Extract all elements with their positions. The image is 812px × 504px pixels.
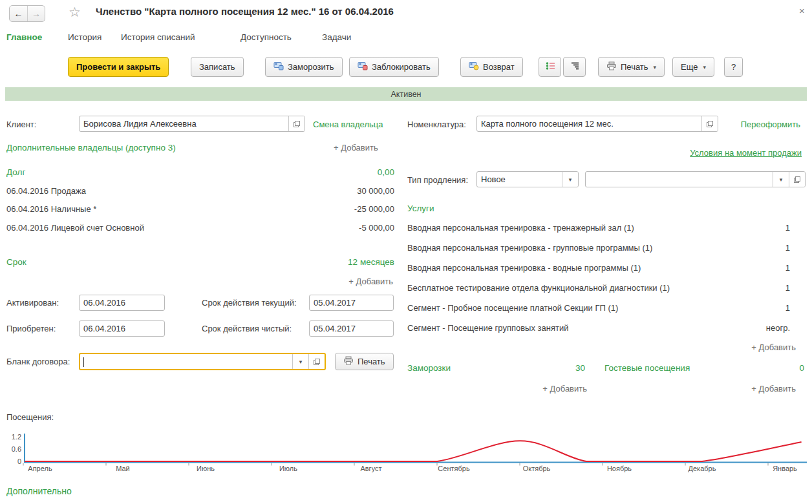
debt-row: 06.04.2016 Наличные * -25 000,00 bbox=[6, 204, 394, 214]
tab-main[interactable]: Главное bbox=[6, 32, 42, 42]
contract-form-input[interactable] bbox=[84, 354, 292, 369]
activated-label: Активирован: bbox=[6, 298, 59, 308]
open-icon bbox=[313, 358, 321, 366]
term-value: 12 месяцев bbox=[348, 257, 394, 267]
debt-row: 06.04.2016 Продажа 30 000,00 bbox=[6, 186, 394, 196]
visits-chart: 00.61.2АпрельМайИюньИюльАвгустСентябрьОк… bbox=[0, 421, 812, 476]
activated-date-input[interactable] bbox=[79, 295, 165, 311]
add-guest-visit-link[interactable]: + Добавить bbox=[751, 384, 796, 394]
tab-history[interactable]: История bbox=[68, 32, 102, 42]
renewal-extra-open-button[interactable] bbox=[789, 172, 805, 187]
help-label: ? bbox=[731, 62, 736, 72]
more-button[interactable]: Еще ▾ bbox=[672, 57, 714, 77]
add-freeze-link[interactable]: + Добавить bbox=[542, 384, 587, 394]
add-term-link[interactable]: + Добавить bbox=[348, 277, 393, 286]
renewal-extra-dropdown-button[interactable]: ▾ bbox=[773, 172, 789, 187]
debt-row-text: 06.04.2016 Наличные * bbox=[6, 204, 96, 214]
valid-current-date-input[interactable] bbox=[309, 295, 394, 311]
service-name: Сегмент - Пробное посещение платной Секц… bbox=[407, 303, 618, 313]
additional-section-link[interactable]: Дополнительно bbox=[6, 486, 72, 496]
term-section-title[interactable]: Срок bbox=[6, 257, 27, 267]
tab-tasks[interactable]: Задачи bbox=[322, 32, 351, 42]
service-count: 1 bbox=[785, 243, 790, 253]
acquired-date-input[interactable] bbox=[79, 320, 165, 337]
help-button[interactable]: ? bbox=[724, 57, 743, 77]
renewal-extra-input[interactable] bbox=[586, 172, 773, 187]
svg-text:Апрель: Апрель bbox=[28, 465, 52, 472]
forward-button[interactable]: → bbox=[27, 6, 45, 21]
services-section-title[interactable]: Услуги bbox=[407, 204, 434, 213]
debt-row-amount: 30 000,00 bbox=[357, 186, 394, 196]
svg-text:0.6: 0.6 bbox=[12, 445, 21, 453]
valid-net-label: Срок действия чистый: bbox=[202, 324, 292, 333]
contract-print-button[interactable]: Печать bbox=[335, 353, 394, 370]
service-row: Вводная персональная тренировка - тренаж… bbox=[407, 223, 790, 233]
refund-button[interactable]: Возврат bbox=[460, 57, 523, 77]
freeze-button[interactable]: Заморозить bbox=[265, 57, 343, 77]
add-owner-link[interactable]: + Добавить bbox=[334, 143, 378, 152]
change-owner-link[interactable]: Смена владельца bbox=[313, 120, 383, 129]
chevron-down-icon: ▾ bbox=[703, 64, 706, 70]
contract-print-label: Печать bbox=[358, 357, 385, 366]
acquired-label: Приобретен: bbox=[6, 324, 56, 333]
guest-visits-value: 0 bbox=[799, 363, 804, 373]
client-input[interactable] bbox=[80, 116, 288, 131]
contract-form-combo: ▾ bbox=[79, 353, 326, 370]
additional-owners-link[interactable]: Дополнительные владельцы (доступно 3) bbox=[6, 143, 176, 152]
tab-availability[interactable]: Доступность bbox=[240, 32, 292, 42]
svg-text:Октябрь: Октябрь bbox=[523, 465, 551, 472]
back-button[interactable]: ← bbox=[10, 6, 27, 21]
service-row: Бесплатное тестирование отдела функциона… bbox=[407, 283, 790, 293]
printer-icon bbox=[343, 356, 354, 367]
service-count: 1 bbox=[785, 223, 790, 233]
save-button[interactable]: Записать bbox=[191, 57, 244, 77]
hierarchy-view-button[interactable] bbox=[563, 57, 586, 77]
service-name: Бесплатное тестирование отдела функциона… bbox=[407, 283, 670, 293]
svg-text:Май: Май bbox=[116, 465, 130, 472]
service-row: Вводная персональная тренировка - группо… bbox=[407, 243, 790, 253]
sale-conditions-link[interactable]: Условия на момент продажи bbox=[690, 148, 802, 158]
service-row: Сегмент - Пробное посещение платной Секц… bbox=[407, 303, 790, 313]
renewal-dropdown-button[interactable]: ▾ bbox=[562, 172, 578, 187]
favorite-star-icon[interactable]: ☆ bbox=[69, 5, 81, 19]
svg-text:Июнь: Июнь bbox=[197, 465, 215, 472]
print-label: Печать bbox=[621, 62, 648, 72]
page-title: Членство "Карта полного посещения 12 мес… bbox=[96, 6, 394, 17]
add-service-link[interactable]: + Добавить bbox=[751, 342, 796, 352]
reissue-link[interactable]: Переоформить bbox=[741, 120, 800, 129]
renewal-type-label: Тип продления: bbox=[407, 175, 468, 185]
renewal-type-input[interactable] bbox=[477, 172, 562, 187]
debt-section-title[interactable]: Долг bbox=[6, 167, 25, 177]
service-name: Сегмент - Посещение групповых занятий bbox=[407, 323, 568, 333]
freezes-value: 30 bbox=[575, 363, 585, 373]
block-button[interactable]: Заблокировать bbox=[349, 57, 439, 77]
tab-writeoff-history[interactable]: История списаний bbox=[121, 32, 195, 42]
print-menu-button[interactable]: Печать ▾ bbox=[598, 57, 665, 77]
close-icon[interactable]: × bbox=[799, 5, 805, 16]
open-icon bbox=[793, 176, 801, 184]
refund-label: Возврат bbox=[483, 62, 515, 72]
status-badge: Активен bbox=[5, 87, 807, 101]
post-and-close-button[interactable]: Провести и закрыть bbox=[68, 57, 169, 77]
debt-row-amount: -5 000,00 bbox=[359, 223, 394, 233]
svg-text:0: 0 bbox=[17, 457, 21, 465]
service-row: Сегмент - Посещение групповых занятий не… bbox=[407, 323, 790, 333]
save-label: Записать bbox=[199, 62, 235, 72]
valid-net-date-input[interactable] bbox=[309, 320, 394, 337]
client-open-button[interactable] bbox=[288, 116, 304, 131]
list-view-button[interactable] bbox=[539, 57, 561, 77]
svg-text:Январь: Январь bbox=[773, 465, 797, 472]
freezes-section-title[interactable]: Заморозки bbox=[407, 363, 451, 373]
svg-text:Июль: Июль bbox=[279, 465, 297, 472]
renewal-type-combo: ▾ bbox=[476, 171, 579, 187]
list-icon bbox=[546, 62, 555, 72]
svg-text:Сентябрь: Сентябрь bbox=[438, 465, 470, 472]
service-count: 1 bbox=[785, 303, 790, 313]
contract-dropdown-button[interactable]: ▾ bbox=[292, 354, 308, 369]
guest-visits-section-title[interactable]: Гостевые посещения bbox=[604, 363, 690, 373]
contract-open-button[interactable] bbox=[308, 354, 325, 369]
block-label: Заблокировать bbox=[372, 62, 431, 72]
nomenclature-open-button[interactable] bbox=[701, 116, 718, 131]
nomenclature-input[interactable] bbox=[477, 116, 701, 131]
debt-row-text: 06.04.2016 Лицевой счет Основной bbox=[6, 223, 144, 233]
